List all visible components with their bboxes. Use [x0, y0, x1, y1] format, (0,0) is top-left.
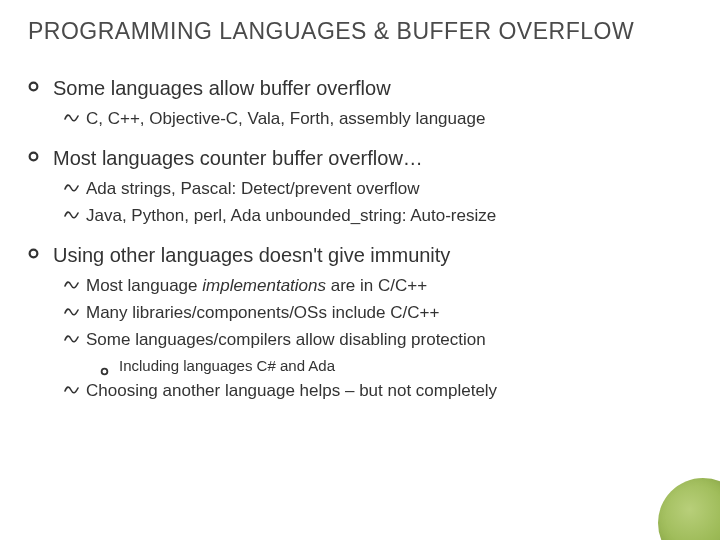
svg-point-2	[30, 249, 38, 257]
list-subitem: Many libraries/components/OSs include C/…	[64, 302, 692, 325]
list-item-text: Some languages allow buffer overflow	[53, 75, 692, 102]
list-subitem: C, C++, Objective-C, Vala, Forth, assemb…	[64, 108, 692, 131]
bullet-icon	[28, 81, 39, 92]
list-item-text: Using other languages doesn't give immun…	[53, 242, 692, 269]
list-subitem-text: Many libraries/components/OSs include C/…	[86, 302, 692, 325]
list-subitem-text: Choosing another language helps – but no…	[86, 380, 692, 403]
list-subitem: Java, Python, perl, Ada unbounded_string…	[64, 205, 692, 228]
list-subitem: Most language implementations are in C/C…	[64, 275, 692, 298]
tilde-icon	[64, 275, 86, 297]
bullet-icon	[28, 151, 39, 162]
list-subsubitem-text: Including languages C# and Ada	[119, 356, 692, 376]
slide: PROGRAMMING LANGUAGES & BUFFER OVERFLOW …	[0, 0, 720, 540]
list-subitem-text: Ada strings, Pascal: Detect/prevent over…	[86, 178, 692, 201]
decorative-sphere	[658, 478, 720, 540]
svg-point-3	[102, 368, 108, 374]
list-subitem: Some languages/compilers allow disabling…	[64, 329, 692, 352]
svg-point-1	[30, 153, 38, 161]
slide-title: PROGRAMMING LANGUAGES & BUFFER OVERFLOW	[28, 18, 692, 45]
tilde-icon	[64, 178, 86, 200]
tilde-icon	[64, 205, 86, 227]
tilde-icon	[64, 302, 86, 324]
bullet-icon	[28, 248, 39, 259]
tilde-icon	[64, 108, 86, 130]
list-subitem: Ada strings, Pascal: Detect/prevent over…	[64, 178, 692, 201]
tilde-icon	[64, 329, 86, 351]
list-subitem-text: Some languages/compilers allow disabling…	[86, 329, 692, 352]
list-item: Using other languages doesn't give immun…	[28, 242, 692, 269]
list-item: Some languages allow buffer overflow	[28, 75, 692, 102]
list-subitem-text: Most language implementations are in C/C…	[86, 275, 692, 298]
list-subitem-text: Java, Python, perl, Ada unbounded_string…	[86, 205, 692, 228]
list-subsubitem: Including languages C# and Ada	[100, 356, 692, 376]
bullet-icon	[100, 361, 109, 370]
svg-point-0	[30, 83, 38, 91]
list-item-text: Most languages counter buffer overflow…	[53, 145, 692, 172]
list-item: Most languages counter buffer overflow…	[28, 145, 692, 172]
list-subitem-text: C, C++, Objective-C, Vala, Forth, assemb…	[86, 108, 692, 131]
slide-content: Some languages allow buffer overflow C, …	[28, 75, 692, 403]
list-subitem: Choosing another language helps – but no…	[64, 380, 692, 403]
tilde-icon	[64, 380, 86, 402]
